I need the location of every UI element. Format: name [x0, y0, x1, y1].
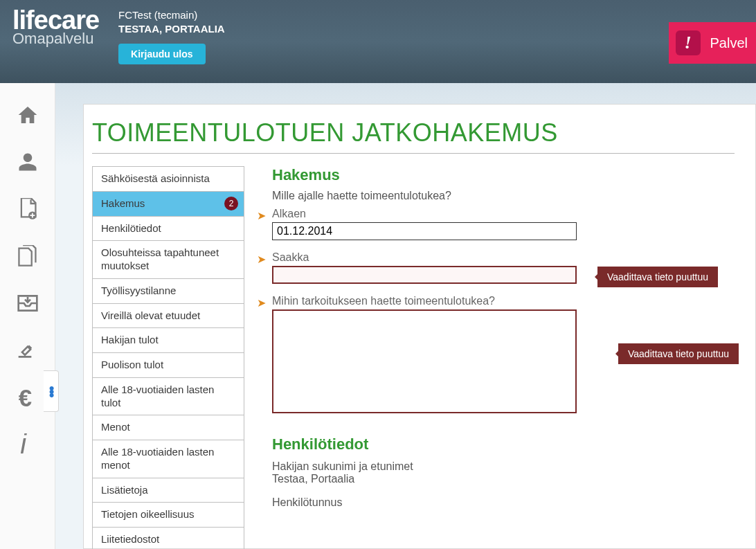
bullet-icon: ➤ — [257, 209, 266, 222]
nav-item-tyollisyys[interactable]: Työllisyystilanne — [93, 279, 244, 304]
to-input[interactable] — [272, 266, 577, 284]
home-icon[interactable] — [15, 102, 40, 127]
alert-icon: ! — [676, 30, 701, 55]
app-header: lifecare Omapalvelu FCTest (tecmain) TES… — [0, 0, 756, 83]
question-period: Mille ajalle haette toimeentulotukea? — [272, 190, 755, 202]
logout-button[interactable]: Kirjaudu ulos — [118, 44, 205, 64]
logo-block: lifecare Omapalvelu — [12, 8, 99, 48]
nav-item-vireilla[interactable]: Vireillä olevat etuudet — [93, 304, 244, 329]
purpose-label: Mihin tarkoitukseen haette toimeentulotu… — [272, 295, 755, 307]
alert-label: Palvel — [710, 35, 748, 51]
form-area: Hakemus Mille ajalle haette toimeentulot… — [244, 166, 755, 549]
purpose-textarea[interactable] — [272, 309, 577, 413]
page-title: TOIMEENTULOTUEN JATKOHAKEMUS — [92, 118, 735, 154]
alert-box[interactable]: ! Palvel — [669, 22, 756, 64]
from-input[interactable] — [272, 222, 577, 240]
bullet-icon: ➤ — [257, 296, 266, 309]
nav-item-liitteet[interactable]: Liitetiedostot — [93, 528, 244, 549]
nav-item-label: Hakemus — [101, 197, 145, 209]
columns: Sähköisestä asioinnista Hakemus 2 Henkil… — [84, 166, 755, 549]
nav-item-puolison-tulot[interactable]: Puolison tulot — [93, 353, 244, 378]
nav-item-lisatietoja[interactable]: Lisätietoja — [93, 478, 244, 503]
field-to: ➤ Saakka Vaadittava tieto puuttuu — [272, 251, 755, 284]
svg-text:€: € — [18, 386, 31, 408]
nav-item-oikeellisuus[interactable]: Tietojen oikeellisuus — [93, 503, 244, 528]
nav-item-sahkoisesta[interactable]: Sähköisestä asioinnista — [93, 167, 244, 192]
user-name: TESTAA, PORTAALIA — [118, 22, 225, 36]
bullet-icon: ➤ — [257, 253, 266, 266]
section-henkilotiedot: Henkilötiedot — [272, 435, 755, 453]
name-label: Hakijan sukunimi ja etunimet — [272, 460, 755, 473]
user-context: FCTest (tecmain) — [118, 8, 225, 22]
section-hakemus: Hakemus — [272, 166, 755, 184]
error-tooltip-to: Vaadittava tieto puuttuu — [597, 267, 718, 287]
gavel-icon[interactable] — [15, 338, 40, 363]
field-purpose: ➤ Mihin tarkoitukseen haette toimeentulo… — [272, 295, 755, 416]
ssn-label: Henkilötunnus — [272, 496, 755, 509]
documents-icon[interactable] — [15, 244, 40, 269]
nav-item-olosuhteet[interactable]: Olosuhteissa tapahtuneet muutokset — [93, 241, 244, 279]
user-block: FCTest (tecmain) TESTAA, PORTAALIA Kirja… — [118, 8, 225, 64]
nav-item-menot[interactable]: Menot — [93, 415, 244, 440]
main-area: € i ••• TOIMEENTULOTUEN JATKOHAKEMUS Säh… — [0, 83, 756, 549]
content-wrap: TOIMEENTULOTUEN JATKOHAKEMUS Sähköisestä… — [55, 83, 756, 549]
side-nav: Sähköisestä asioinnista Hakemus 2 Henkil… — [92, 166, 244, 549]
rail-expand-tab[interactable]: ••• — [44, 370, 59, 412]
nav-badge: 2 — [224, 197, 238, 210]
new-document-icon[interactable] — [15, 197, 40, 222]
from-label: Alkaen — [272, 208, 755, 220]
info-icon[interactable]: i — [15, 432, 40, 457]
person-icon[interactable] — [15, 150, 40, 174]
nav-item-hakijan-tulot[interactable]: Hakijan tulot — [93, 328, 244, 353]
icon-rail: € i ••• — [0, 83, 55, 549]
nav-item-hakemus[interactable]: Hakemus 2 — [93, 192, 244, 217]
inbox-icon[interactable] — [15, 291, 40, 316]
error-tooltip-purpose: Vaadittava tieto puuttuu — [618, 343, 739, 364]
logo-main: lifecare — [12, 8, 99, 32]
nav-item-henkilotiedot[interactable]: Henkilötiedot — [93, 217, 244, 242]
nav-item-lasten-menot[interactable]: Alle 18-vuotiaiden lasten menot — [93, 440, 244, 478]
euro-icon[interactable]: € — [15, 385, 40, 410]
content-card: TOIMEENTULOTUEN JATKOHAKEMUS Sähköisestä… — [83, 104, 756, 549]
to-label: Saakka — [272, 251, 755, 264]
svg-text:i: i — [20, 433, 27, 456]
name-value: Testaa, Portaalia — [272, 473, 755, 485]
nav-item-lasten-tulot[interactable]: Alle 18-vuotiaiden lasten tulot — [93, 378, 244, 416]
field-from: ➤ Alkaen — [272, 208, 755, 240]
logo-sub: Omapalvelu — [12, 30, 99, 48]
